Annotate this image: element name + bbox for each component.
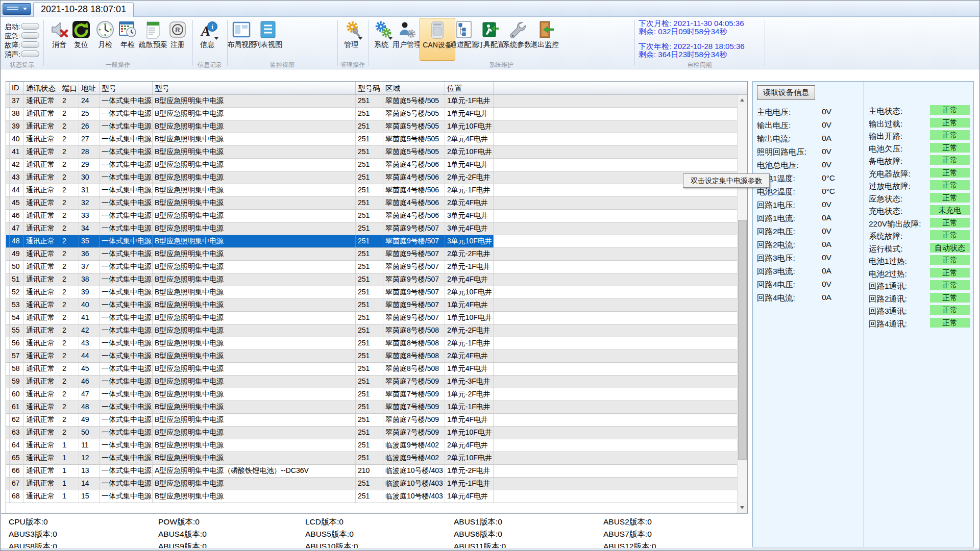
table-cell: 一体式集中电源 — [100, 299, 153, 311]
table-row[interactable]: 42通讯正常229一体式集中电源B型应急照明集中电源251翠茵庭4号楼/5061… — [6, 159, 737, 171]
table-row[interactable]: 66通讯正常113一体式集中电源A型应急照明集中电源（磷酸铁锂电池）--DC36… — [6, 465, 737, 478]
measurement-value: 0°C — [822, 187, 835, 196]
table-row[interactable]: 55通讯正常242一体式集中电源B型应急照明集中电源251翠茵庭8号楼/5082… — [6, 324, 737, 337]
status-value-badge: 正常 — [930, 155, 970, 165]
table-row[interactable]: 41通讯正常228一体式集中电源B型应急照明集中电源251翠茵庭5号楼/5052… — [6, 146, 737, 159]
table-cell-filler — [494, 210, 737, 222]
table-row[interactable]: 65通讯正常112一体式集中电源B型应急照明集中电源251临波庭9号楼/4022… — [6, 452, 737, 465]
row-spacer — [6, 350, 10, 362]
table-row[interactable]: 40通讯正常227一体式集中电源B型应急照明集中电源251翠茵庭5号楼/5052… — [6, 133, 737, 146]
table-row[interactable]: 52通讯正常239一体式集中电源B型应急照明集中电源251翠茵庭9号楼/5072… — [6, 286, 737, 299]
table-cell: 一体式集中电源 — [100, 375, 153, 388]
table-cell-filler — [494, 299, 737, 311]
table-row[interactable]: 43通讯正常230一体式集中电源B型应急照明集中电源251翠茵庭4号楼/5062… — [6, 171, 737, 184]
table-scrollbar[interactable] — [737, 95, 747, 513]
table-cell: A型应急照明集中电源（磷酸铁锂电池）--DC36V — [153, 465, 356, 477]
tab-datetime[interactable]: 2021-10-28 18:07:01 — [33, 2, 134, 17]
column-header[interactable]: ID — [10, 82, 24, 94]
table-row[interactable]: 39通讯正常226一体式集中电源B型应急照明集中电源251翠茵庭5号楼/5051… — [6, 120, 737, 133]
table-cell: 1单元10F电井 — [445, 120, 494, 133]
table-row[interactable]: 37通讯正常224一体式集中电源B型应急照明集中电源251翠茵庭5号楼/5051… — [6, 95, 737, 108]
version-item: ABUS6版本:0 — [454, 529, 502, 540]
self-check-panel: 下次月检: 2021-11-30 04:05:36 剩余: 032日09时58分… — [639, 19, 763, 65]
triangle-down-icon — [740, 506, 744, 509]
table-row[interactable]: 46通讯正常233一体式集中电源B型应急照明集中电源251翠茵庭4号楼/5063… — [6, 210, 737, 222]
column-header[interactable]: 型号 — [153, 82, 356, 94]
read-device-info-button[interactable]: 读取设备信息 — [757, 85, 815, 100]
table-row[interactable]: 47通讯正常234一体式集中电源B型应急照明集中电源251翠茵庭9号楼/5073… — [6, 222, 737, 235]
toolbar-button-exit[interactable]: 退出监控 — [527, 19, 562, 49]
table-cell: 翠茵庭8号楼/508 — [383, 363, 445, 375]
table-row[interactable]: 68通讯正常115一体式集中电源B型应急照明集中电源251临波庭10号楼/403… — [6, 490, 737, 503]
table-cell: 39 — [79, 286, 100, 298]
column-header[interactable]: 端口 — [60, 82, 79, 94]
table-cell: 39 — [10, 120, 24, 133]
table-row[interactable]: 62通讯正常249一体式集中电源B型应急照明集中电源251翠茵庭7号楼/5091… — [6, 414, 737, 427]
table-row[interactable]: 64通讯正常111一体式集中电源B型应急照明集中电源251临波庭9号楼/4022… — [6, 439, 737, 452]
table-row[interactable]: 38通讯正常225一体式集中电源B型应急照明集中电源251翠茵庭5号楼/5051… — [6, 108, 737, 120]
toolbar-button-reset[interactable]: 复位 — [68, 19, 94, 49]
table-cell: 46 — [10, 210, 24, 222]
status-label: 充电器故障: — [869, 169, 911, 178]
table-row[interactable]: 48通讯正常235一体式集中电源B型应急照明集中电源251翠茵庭9号楼/5073… — [6, 235, 737, 248]
measurement-row: 主电电压:0V — [757, 107, 862, 118]
scrollbar-thumb[interactable] — [738, 220, 747, 460]
table-row[interactable]: 45通讯正常232一体式集中电源B型应急照明集中电源251翠茵庭4号楼/5062… — [6, 197, 737, 210]
table-row[interactable]: 57通讯正常244一体式集中电源B型应急照明集中电源251翠茵庭8号楼/5082… — [6, 350, 737, 363]
table-row[interactable]: 49通讯正常236一体式集中电源B型应急照明集中电源251翠茵庭9号楼/5072… — [6, 248, 737, 261]
toolbar-button-user[interactable]: 用户管理 — [389, 19, 424, 49]
toolbar-button-list[interactable]: 列表视图 — [251, 19, 285, 49]
table-cell: B型应急照明集中电源 — [153, 261, 356, 273]
table-cell: 40 — [79, 299, 100, 311]
table-row[interactable]: 59通讯正常246一体式集中电源B型应急照明集中电源251翠茵庭7号楼/5091… — [6, 375, 737, 388]
table-cell: 通讯正常 — [24, 120, 60, 133]
toolbar-group-separator — [192, 20, 193, 66]
toolbar-group-separator — [368, 20, 369, 66]
column-header[interactable]: 地址 — [79, 82, 100, 94]
table-cell: 251 — [356, 363, 383, 375]
table-cell: 通讯正常 — [24, 159, 60, 171]
table-cell: 1单元4F电井 — [445, 490, 494, 503]
table-cell-filler — [494, 286, 737, 298]
group-label-manage: 管理操作 — [337, 61, 368, 68]
table-row[interactable]: 56通讯正常243一体式集中电源B型应急照明集中电源251翠茵庭8号楼/5082… — [6, 337, 737, 350]
table-row[interactable]: 50通讯正常237一体式集中电源B型应急照明集中电源251翠茵庭9号楼/5072… — [6, 261, 737, 273]
table-cell: 2单元-2F电井 — [445, 171, 494, 184]
table-cell: 2 — [60, 108, 79, 120]
table-row[interactable]: 44通讯正常231一体式集中电源B型应急照明集中电源251翠茵庭4号楼/5062… — [6, 184, 737, 197]
table-row[interactable]: 63通讯正常250一体式集中电源B型应急照明集中电源251翠茵庭7号楼/5091… — [6, 427, 737, 439]
toolbar-button-manage[interactable]: 管理 — [340, 19, 366, 49]
table-cell: 翠茵庭4号楼/506 — [383, 171, 445, 184]
table-cell: 64 — [10, 439, 24, 452]
column-header[interactable]: 位置 — [445, 82, 494, 94]
table-row[interactable]: 53通讯正常240一体式集中电源B型应急照明集中电源251翠茵庭9号楼/5071… — [6, 299, 737, 312]
table-row[interactable]: 60通讯正常247一体式集中电源B型应急照明集中电源251翠茵庭7号楼/5091… — [6, 388, 737, 401]
menu-button[interactable] — [3, 3, 31, 15]
row-spacer — [6, 427, 10, 439]
toolbar-button-register[interactable]: R注册 — [164, 19, 191, 49]
status-light-label: 应急: — [5, 32, 20, 41]
table-cell: 2单元4F电井 — [445, 350, 494, 362]
column-header[interactable]: 型号码 — [356, 82, 383, 94]
table-row[interactable]: 58通讯正常245一体式集中电源B型应急照明集中电源251翠茵庭8号楼/5081… — [6, 363, 737, 375]
table-row[interactable]: 51通讯正常238一体式集中电源B型应急照明集中电源251翠茵庭9号楼/5072… — [6, 273, 737, 286]
scrollbar-up-button[interactable] — [738, 95, 747, 105]
table-cell-filler — [494, 312, 737, 324]
version-item: POW版本:0 — [158, 517, 200, 528]
scrollbar-down-button[interactable] — [738, 503, 747, 513]
table-cell-filler — [494, 465, 737, 477]
table-cell: 40 — [10, 133, 24, 145]
table-row[interactable]: 61通讯正常248一体式集中电源B型应急照明集中电源251翠茵庭7号楼/5091… — [6, 401, 737, 414]
table-cell: 3单元4F电井 — [445, 210, 494, 222]
status-light-label: 消声: — [5, 50, 20, 59]
table-row[interactable]: 67通讯正常114一体式集中电源B型应急照明集中电源251临波庭10号楼/403… — [6, 478, 737, 490]
table-cell: 251 — [356, 478, 383, 490]
column-header[interactable]: 型号 — [100, 82, 153, 94]
table-row[interactable]: 54通讯正常241一体式集中电源B型应急照明集中电源251翠茵庭9号楼/5071… — [6, 312, 737, 324]
table-cell: 251 — [356, 146, 383, 158]
column-header[interactable]: 区域 — [383, 82, 445, 94]
toolbar-button-info[interactable]: Ai信息 — [196, 19, 223, 49]
annual-check-icon — [118, 20, 137, 39]
toolbar-button-label: 消音 — [52, 40, 66, 48]
column-header[interactable]: 通讯状态 — [24, 82, 60, 94]
